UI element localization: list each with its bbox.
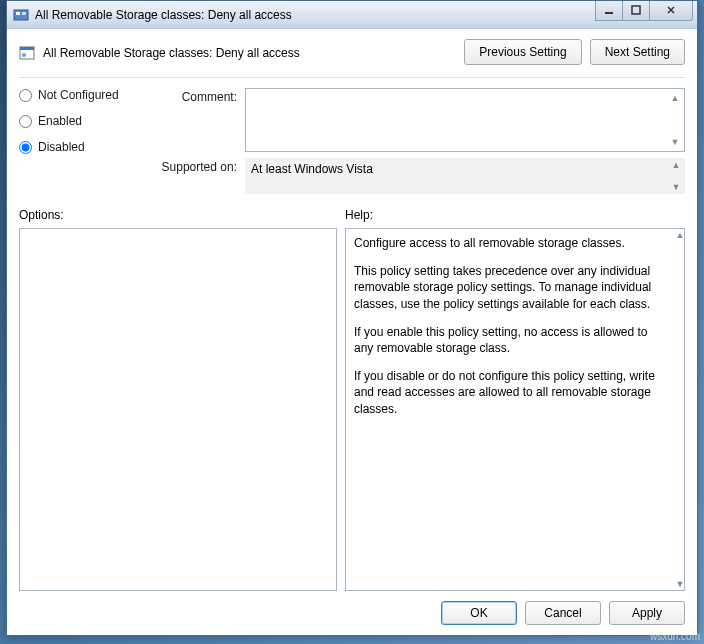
options-pane [19, 228, 337, 591]
scroll-up-icon[interactable]: ▲ [673, 228, 687, 242]
comment-scrollbar[interactable]: ▲ ▼ [668, 91, 682, 149]
scroll-up-icon[interactable]: ▲ [669, 158, 683, 172]
scroll-down-icon[interactable]: ▼ [668, 135, 682, 149]
svg-rect-3 [605, 12, 613, 14]
svg-rect-1 [16, 12, 20, 15]
svg-rect-2 [22, 12, 26, 15]
options-label: Options: [19, 208, 345, 222]
radio-not-configured-input[interactable] [19, 89, 32, 102]
next-setting-button[interactable]: Next Setting [590, 39, 685, 65]
panes: Configure access to all removable storag… [19, 228, 685, 591]
scroll-down-icon[interactable]: ▼ [673, 577, 687, 591]
fields: Comment: ▲ ▼ Supported on: At least Wind… [159, 88, 685, 194]
minimize-button[interactable] [595, 1, 623, 21]
app-icon [13, 7, 29, 23]
radio-disabled-label: Disabled [38, 140, 85, 154]
radio-disabled-input[interactable] [19, 141, 32, 154]
supported-on-box: At least Windows Vista ▲ ▼ [245, 158, 685, 194]
ok-button[interactable]: OK [441, 601, 517, 625]
radio-enabled-label: Enabled [38, 114, 82, 128]
config-row: Not Configured Enabled Disabled Comment: [19, 88, 685, 194]
state-radios: Not Configured Enabled Disabled [19, 88, 159, 194]
radio-not-configured[interactable]: Not Configured [19, 88, 159, 102]
window-title: All Removable Storage classes: Deny all … [35, 8, 595, 22]
radio-enabled-input[interactable] [19, 115, 32, 128]
footer: OK Cancel Apply [19, 591, 685, 625]
help-p2: This policy setting takes precedence ove… [354, 263, 664, 312]
panes-header: Options: Help: [19, 208, 685, 222]
maximize-button[interactable] [622, 1, 650, 21]
separator [19, 77, 685, 78]
close-button[interactable] [649, 1, 693, 21]
watermark: wsxdn.com [650, 631, 700, 642]
dialog-window: All Removable Storage classes: Deny all … [6, 0, 698, 636]
svg-rect-6 [20, 47, 34, 50]
help-p3: If you enable this policy setting, no ac… [354, 324, 664, 356]
cancel-button[interactable]: Cancel [525, 601, 601, 625]
apply-button[interactable]: Apply [609, 601, 685, 625]
supported-on-value: At least Windows Vista [251, 162, 373, 176]
radio-enabled[interactable]: Enabled [19, 114, 159, 128]
previous-setting-button[interactable]: Previous Setting [464, 39, 581, 65]
help-p1: Configure access to all removable storag… [354, 235, 664, 251]
svg-rect-4 [632, 6, 640, 14]
radio-disabled[interactable]: Disabled [19, 140, 159, 154]
comment-label: Comment: [159, 88, 245, 104]
policy-title: All Removable Storage classes: Deny all … [43, 46, 300, 60]
policy-icon [19, 45, 35, 61]
supported-scrollbar[interactable]: ▲ ▼ [669, 158, 683, 194]
titlebar[interactable]: All Removable Storage classes: Deny all … [7, 1, 697, 29]
help-pane: Configure access to all removable storag… [345, 228, 685, 591]
svg-point-7 [22, 53, 26, 57]
help-scrollbar[interactable]: ▲ ▼ [673, 228, 687, 591]
scroll-up-icon[interactable]: ▲ [668, 91, 682, 105]
help-p4: If you disable or do not configure this … [354, 368, 664, 417]
window-controls [595, 1, 697, 21]
radio-not-configured-label: Not Configured [38, 88, 119, 102]
help-text: Configure access to all removable storag… [354, 235, 664, 584]
header-row: All Removable Storage classes: Deny all … [19, 39, 685, 65]
scroll-down-icon[interactable]: ▼ [669, 180, 683, 194]
help-label: Help: [345, 208, 373, 222]
supported-label: Supported on: [159, 158, 245, 174]
comment-input[interactable]: ▲ ▼ [245, 88, 685, 152]
client-area: All Removable Storage classes: Deny all … [7, 29, 697, 635]
